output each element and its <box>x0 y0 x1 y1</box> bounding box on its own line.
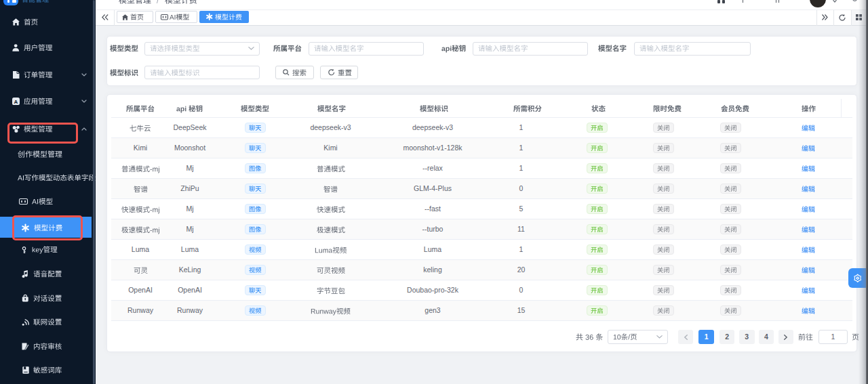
svg-text:A: A <box>14 99 18 105</box>
